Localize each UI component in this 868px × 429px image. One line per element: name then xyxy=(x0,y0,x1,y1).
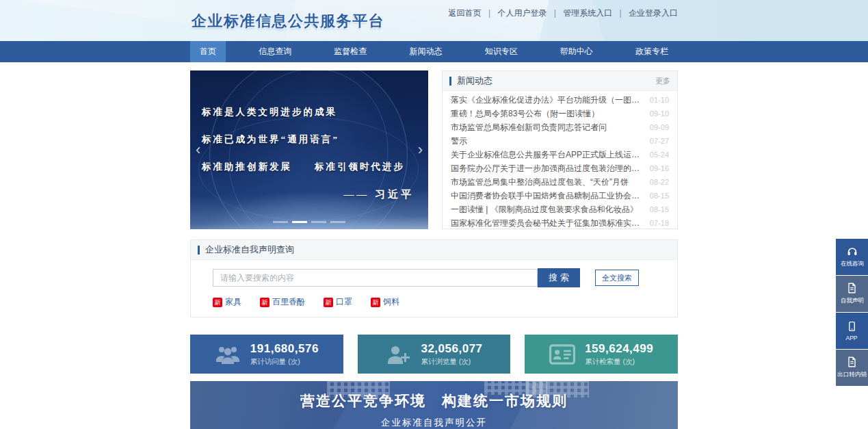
news-item[interactable]: 关于企业标准信息公共服务平台APP正式版上线运行的通告 05-24 xyxy=(451,148,669,161)
news-date: 08-22 xyxy=(650,178,669,186)
news-date: 01-10 xyxy=(650,96,669,104)
hot-tag-feed[interactable]: 新 饲料 xyxy=(371,296,399,308)
news-date: 09-16 xyxy=(650,164,669,172)
slide-quote-line: 标准已成为世界“通用语言” xyxy=(202,133,417,146)
link-personal-login[interactable]: 个人用户登录 xyxy=(497,8,547,18)
document-icon xyxy=(847,356,857,367)
news-date: 05-24 xyxy=(650,151,669,159)
user-plus-icon xyxy=(385,343,411,365)
news-date: 08-15 xyxy=(650,205,669,213)
news-item[interactable]: 一图读懂 | 《限制商品过度包装要求食品和化妆品》 08-15 xyxy=(451,203,669,216)
news-more-link[interactable]: 更多 xyxy=(655,76,670,86)
accent-bar xyxy=(198,246,200,255)
nav-item-home[interactable]: 首页 xyxy=(190,41,226,62)
stat-value: 32,056,077 xyxy=(421,342,482,356)
stat-value: 191,680,576 xyxy=(250,342,319,356)
phone-icon xyxy=(847,321,857,332)
carousel-dot[interactable] xyxy=(330,221,345,223)
hero-carousel: 标准是人类文明进步的成果 标准已成为世界“通用语言” 标准助推创新发展 标准引领… xyxy=(190,70,428,229)
search-panel-header: 企业标准自我声明查询 xyxy=(191,240,677,260)
nav-item-knowledge[interactable]: 知识专区 xyxy=(475,41,527,62)
nav-item-policy[interactable]: 政策专栏 xyxy=(626,41,678,62)
search-panel-title: 企业标准自我声明查询 xyxy=(205,244,294,256)
hot-tag-mask[interactable]: 新 口罩 xyxy=(324,296,352,308)
carousel-prev-icon[interactable]: ‹ xyxy=(196,142,200,157)
news-date: 08-15 xyxy=(650,192,669,200)
slide-quote-attribution: —— 习近平 xyxy=(202,188,417,201)
news-panel: 新闻动态 更多 落实《企业标准化促进办法》平台功能升级（一图读懂） 01-10 … xyxy=(442,70,678,229)
new-badge: 新 xyxy=(213,298,222,307)
float-menu: 在线咨询 自我声明 APP xyxy=(836,239,868,387)
site-header: 企业标准信息公共服务平台 返回首页 | 个人用户登录 | 管理系统入口 | 企业… xyxy=(0,0,868,41)
carousel-next-icon[interactable]: › xyxy=(418,142,423,157)
nav-item-supervision[interactable]: 监督检查 xyxy=(324,41,376,62)
headset-icon xyxy=(847,246,858,257)
carousel-pagination xyxy=(273,221,345,223)
news-date: 09-09 xyxy=(650,123,669,131)
stats-row: 191,680,576 累计访问量 (次) 32,056,077 累计浏览量 (… xyxy=(190,335,678,374)
hot-tag-thymol[interactable]: 新 百里香酚 xyxy=(260,296,305,308)
banner-subtitle: 企业标准自我声明公开 xyxy=(190,417,678,429)
carousel-dot[interactable] xyxy=(273,221,288,223)
link-divider: | xyxy=(554,8,556,18)
news-panel-title: 新闻动态 xyxy=(457,75,492,87)
slide-quote-line: 标准助推创新发展 标准引领时代进步 xyxy=(202,161,417,173)
page: 企业标准信息公共服务平台 返回首页 | 个人用户登录 | 管理系统入口 | 企业… xyxy=(0,0,868,429)
link-admin-system[interactable]: 管理系统入口 xyxy=(563,8,612,18)
slide-quote: 标准是人类文明进步的成果 标准已成为世界“通用语言” 标准助推创新发展 标准引领… xyxy=(202,106,417,201)
site-title: 企业标准信息公共服务平台 xyxy=(192,11,384,31)
carousel-dot-active[interactable] xyxy=(292,221,307,223)
stat-label: 累计浏览量 (次) xyxy=(421,357,482,367)
accent-bar xyxy=(449,77,451,86)
float-self-declaration-button[interactable]: 自我声明 xyxy=(836,276,868,312)
stat-card-visits: 191,680,576 累计访问量 (次) xyxy=(190,335,343,374)
float-app-button[interactable]: APP xyxy=(836,313,868,349)
link-enterprise-login[interactable]: 企业登录入口 xyxy=(629,8,678,18)
news-item[interactable]: 落实《企业标准化促进办法》平台功能升级（一图读懂） 01-10 xyxy=(451,93,669,107)
news-date: 07-27 xyxy=(650,137,669,145)
hot-tag-furniture[interactable]: 新 家具 xyxy=(213,296,241,308)
new-badge: 新 xyxy=(324,298,333,307)
slide-quote-line: 标准是人类文明进步的成果 xyxy=(202,106,417,118)
users-icon xyxy=(215,343,241,365)
news-item[interactable]: 市场监管总局集中整治商品过度包装、“天价”月饼 08-22 xyxy=(451,175,669,189)
stat-card-searches: 159,624,499 累计检索量 (次) xyxy=(525,335,678,374)
news-item[interactable]: 重磅！总局令第83号公布（附一图读懂） 09-10 xyxy=(451,107,669,120)
link-divider: | xyxy=(620,8,622,18)
stat-card-pageviews: 32,056,077 累计浏览量 (次) xyxy=(358,335,511,374)
stat-label: 累计检索量 (次) xyxy=(585,357,653,367)
document-icon xyxy=(847,283,857,294)
news-date: 07-18 xyxy=(650,219,669,227)
self-declaration-search-panel: 企业标准自我声明查询 搜 索 全文搜索 新 家具 新 百里香酚 新 xyxy=(190,239,678,317)
banner-title: 营造公平竞争环境 构建统一市场规则 xyxy=(190,391,678,411)
new-badge: 新 xyxy=(260,298,269,307)
news-item[interactable]: 国务院办公厅关于进一步加强商品过度包装治理的通知 09-16 xyxy=(451,161,669,175)
fulltext-search-button[interactable]: 全文搜索 xyxy=(595,270,639,286)
new-badge: 新 xyxy=(371,298,380,307)
carousel-dot[interactable] xyxy=(311,221,326,223)
float-online-consult-button[interactable]: 在线咨询 xyxy=(836,239,868,275)
news-list: 落实《企业标准化促进办法》平台功能升级（一图读懂） 01-10 重磅！总局令第8… xyxy=(443,91,677,229)
link-return-home[interactable]: 返回首页 xyxy=(449,8,482,18)
link-divider: | xyxy=(488,8,490,18)
bottom-banner: 营造公平竞争环境 构建统一市场规则 企业标准自我声明公开 xyxy=(190,381,678,429)
hot-tags: 新 家具 新 百里香酚 新 口罩 新 饲料 xyxy=(213,296,655,308)
news-item[interactable]: 警示 07-27 xyxy=(451,134,669,148)
news-date: 09-10 xyxy=(650,109,669,118)
news-item[interactable]: 中国消费者协会联手中国焙烤食品糖制品工业协会中秋节前对月... 08-15 xyxy=(451,189,669,203)
id-card-icon xyxy=(549,344,575,365)
news-panel-header: 新闻动态 更多 xyxy=(443,71,677,91)
main-nav: 首页 信息查询 监督检查 新闻动态 知识专区 帮助中心 政策专栏 xyxy=(0,41,868,62)
top-links: 返回首页 | 个人用户登录 | 管理系统入口 | 企业登录入口 xyxy=(449,8,678,19)
search-input[interactable] xyxy=(213,269,538,287)
nav-item-info-query[interactable]: 信息查询 xyxy=(249,41,301,62)
news-item[interactable]: 国家标准化管理委员会秘书处关于征集加强标准实施应用和监督... 07-18 xyxy=(451,216,669,229)
nav-item-help[interactable]: 帮助中心 xyxy=(551,41,603,62)
stat-value: 159,624,499 xyxy=(585,342,653,356)
news-item[interactable]: 市场监管总局标准创新司负责同志答记者问 09-09 xyxy=(451,120,669,134)
stat-label: 累计访问量 (次) xyxy=(250,357,319,367)
search-button[interactable]: 搜 索 xyxy=(538,268,580,287)
float-export-to-domestic-button[interactable]: 出口转内销 xyxy=(836,350,868,386)
nav-item-news[interactable]: 新闻动态 xyxy=(399,41,451,62)
